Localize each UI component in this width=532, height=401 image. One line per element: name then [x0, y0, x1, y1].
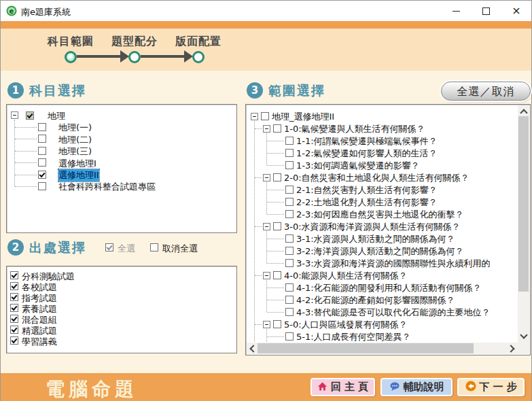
expander-minus-icon[interactable]	[263, 125, 270, 133]
tree-checkbox[interactable]	[273, 173, 281, 181]
tree-node-label: 4-3:替代能源是否可以取代化石能源的主要地位？	[296, 307, 491, 319]
svg-text:e: e	[10, 7, 14, 15]
tree-checkbox[interactable]	[38, 158, 46, 167]
tree-node-label: 地理(三)	[58, 145, 92, 158]
tree-checkbox[interactable]	[261, 112, 269, 120]
select-all-checkbox[interactable]	[105, 243, 113, 251]
tree-checkbox[interactable]	[285, 161, 294, 169]
tree-checkbox[interactable]	[38, 123, 46, 131]
tree-node[interactable]: 4-3:替代能源是否可以取代化石能源的主要地位？	[247, 306, 518, 318]
minimize-button[interactable]	[444, 1, 467, 21]
tree-checkbox[interactable]	[26, 111, 34, 120]
tree-checkbox[interactable]	[273, 222, 281, 230]
tree-node[interactable]: 3-0:水資源和海洋資源與人類生活有何關係？	[247, 220, 518, 232]
home-button[interactable]: 回主頁	[311, 378, 375, 396]
maximize-icon	[482, 7, 490, 15]
source-item-checkbox[interactable]	[10, 336, 18, 345]
help-button[interactable]: 輔助說明	[380, 378, 453, 396]
source-item-checkbox[interactable]	[10, 326, 18, 334]
source-list-item[interactable]: 精選試題	[7, 324, 236, 335]
tree-checkbox[interactable]	[285, 186, 294, 194]
source-list-item[interactable]: 素養試題	[7, 302, 236, 313]
source-list-item[interactable]: 指考試題	[7, 292, 236, 302]
tree-node[interactable]: 4-1:化石能源的開發利用和人類活動有何關係？	[247, 281, 518, 294]
maximize-button[interactable]	[474, 1, 497, 21]
tree-node[interactable]: 地理(二)	[7, 133, 236, 145]
tree-checkbox[interactable]	[285, 332, 294, 341]
expander-minus-icon[interactable]	[263, 272, 270, 279]
tree-node[interactable]: 1-1:何謂氣候變遷與極端氣候事件？	[247, 135, 518, 147]
tree-checkbox[interactable]	[273, 124, 281, 133]
vertical-scrollbar[interactable]	[518, 105, 529, 343]
vertical-scroll-thumb[interactable]	[518, 116, 529, 292]
source-item-checkbox[interactable]	[10, 282, 18, 290]
tree-node[interactable]: 社會科跨科整合試題專區	[7, 180, 236, 192]
tree-checkbox[interactable]	[285, 259, 294, 267]
tree-connector	[255, 128, 262, 129]
tree-node[interactable]: 4-0:能源與人類生活有何關係？	[247, 269, 518, 281]
tree-checkbox[interactable]	[285, 234, 294, 243]
source-list-item[interactable]: 學習講義	[7, 335, 236, 346]
tree-checkbox[interactable]	[38, 171, 46, 179]
expander-minus-icon[interactable]	[11, 111, 18, 119]
tree-node[interactable]: 地理(一)	[7, 121, 236, 133]
tree-node[interactable]: 5-0:人口與區域發展有何關係？	[247, 318, 518, 330]
horizontal-scroll-thumb[interactable]	[258, 343, 474, 353]
tree-node[interactable]: 2-1:自然災害對人類生活有何影響？	[247, 184, 518, 196]
tree-checkbox[interactable]	[285, 149, 294, 157]
expander-minus-icon[interactable]	[263, 321, 270, 328]
tree-checkbox[interactable]	[285, 137, 294, 145]
source-list-item[interactable]: 各校試題	[7, 281, 236, 292]
close-button[interactable]: ×	[505, 1, 528, 21]
tree-node[interactable]: 選修地理II	[7, 169, 236, 180]
source-item-checkbox[interactable]	[10, 315, 18, 323]
tree-node-label: 地理	[48, 110, 65, 122]
tree-checkbox[interactable]	[38, 182, 46, 190]
step-label-layout-config: 版面配置	[173, 35, 224, 49]
scroll-right-icon[interactable]	[507, 345, 514, 352]
tree-node[interactable]: 2-0:自然災害和土地退化與人類生活有何關係？	[247, 171, 518, 184]
tree-checkbox[interactable]	[285, 283, 294, 292]
tree-checkbox[interactable]	[38, 135, 46, 143]
tree-node[interactable]: 3-2:海洋資源與人類活動之間的關係為何？	[247, 245, 518, 257]
scroll-up-icon[interactable]	[520, 109, 527, 116]
source-item-checkbox[interactable]	[10, 271, 18, 279]
tree-checkbox[interactable]	[285, 296, 294, 304]
tree-node[interactable]: 3-3:水資源和海洋資源的國際關聯性與永續利用的	[247, 257, 518, 269]
tree-node[interactable]: 地理	[7, 109, 236, 121]
expander-minus-icon[interactable]	[263, 223, 270, 230]
tree-node[interactable]: 2-3:如何因應自然災害與土地退化的衝擊？	[247, 208, 518, 220]
tree-node[interactable]: 5-1:人口成長有何空間差異？	[247, 330, 518, 343]
next-step-button[interactable]: 下一步	[457, 378, 525, 396]
tree-node[interactable]: 地理(三)	[7, 145, 236, 156]
tree-node[interactable]: 選修地理I	[7, 157, 236, 169]
tree-checkbox[interactable]	[273, 271, 281, 279]
tree-checkbox[interactable]	[285, 198, 294, 206]
source-list-item[interactable]: 分科測驗試題	[7, 270, 236, 281]
source-section-header: 2 出處選擇 全選 取消全選	[7, 239, 238, 258]
tree-node[interactable]: 1-2:氣候變遷如何影響人類的生活？	[247, 147, 518, 159]
source-item-checkbox[interactable]	[10, 293, 18, 301]
tree-node-label: 5-0:人口與區域發展有何關係？	[284, 319, 408, 331]
tree-node[interactable]: 3-1:水資源與人類活動之間的關係為何？	[247, 232, 518, 245]
tree-node[interactable]: 地理_選修地理II	[247, 110, 518, 122]
scroll-left-icon[interactable]	[249, 345, 257, 352]
tree-node[interactable]: 4-2:化石能源的產銷如何影響國際關係？	[247, 294, 518, 306]
tree-checkbox[interactable]	[285, 308, 294, 316]
tree-checkbox[interactable]	[273, 320, 281, 328]
tree-node[interactable]: 1-0:氣候變遷與人類生活有何關係？	[247, 122, 518, 135]
tree-node[interactable]: 2-2:土地退化對人類生活有何影響？	[247, 196, 518, 208]
tree-node-label: 3-0:水資源和海洋資源與人類生活有何關係？	[284, 221, 461, 233]
tree-node[interactable]: 1-3:如何調適氣候變遷的影響？	[247, 159, 518, 171]
tree-checkbox[interactable]	[38, 147, 46, 155]
tree-checkbox[interactable]	[285, 210, 294, 218]
scroll-down-icon[interactable]	[520, 331, 527, 338]
tree-checkbox[interactable]	[285, 247, 294, 255]
expander-minus-icon[interactable]	[263, 174, 270, 181]
horizontal-scrollbar[interactable]	[247, 343, 518, 354]
source-item-checkbox[interactable]	[10, 304, 18, 312]
expander-minus-icon[interactable]	[251, 113, 258, 120]
deselect-all-checkbox[interactable]	[150, 243, 158, 251]
select-all-toggle-button[interactable]: 全選／取消	[441, 82, 531, 101]
source-list-item[interactable]: 混合題組	[7, 313, 236, 324]
